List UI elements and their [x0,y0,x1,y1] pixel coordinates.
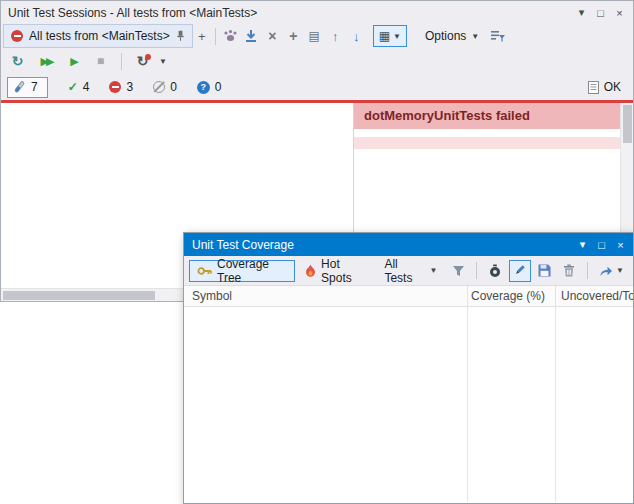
inconclusive-count: 0 [215,80,222,94]
chevron-down-icon[interactable]: ▼ [159,57,167,66]
session-tab-strip: All tests from <MainTests> + × + ▤ ↑ ↓ ▦… [1,24,633,48]
ignored-count: 0 [170,80,177,94]
run-toolbar: ↻ ▶▶ ▶ ■ ↻ ▼ [1,48,633,74]
column-uncovered[interactable]: Uncovered/Tota [561,289,633,303]
failed-tests-filter[interactable]: 3 [109,80,133,94]
window-menu-chevron-icon[interactable]: ▾ [573,238,592,251]
chevron-down-icon: ▼ [471,32,479,41]
coverage-tree-button[interactable]: Coverage Tree [189,260,295,282]
key-icon [197,265,212,277]
sessions-window-title: Unit Test Sessions - All tests from <Mai… [8,6,572,20]
repeat-failed-tests-icon[interactable]: ↻ [133,53,152,69]
passed-count: 4 [83,80,90,94]
failed-badge [145,54,151,60]
question-icon: ? [197,81,210,94]
column-separator[interactable] [467,286,468,306]
chevron-down-icon: ▼ [616,266,624,275]
options-button[interactable]: Options ▼ [417,25,487,47]
coverage-tree [184,307,633,502]
separator [121,53,122,70]
previous-failed-test-icon[interactable]: ↑ [325,26,346,46]
chevron-down-icon: ▼ [429,266,437,275]
separator [476,262,477,279]
snapshot-icon[interactable] [484,260,506,282]
status-text: OK [604,80,621,94]
hot-spots-label: Hot Spots [321,257,367,285]
document-icon [588,81,599,94]
flame-icon [305,264,316,277]
stop-button[interactable]: ■ [91,54,110,68]
run-test-button[interactable]: ▶ [65,55,84,68]
pin-icon[interactable] [176,30,185,42]
analysis-status: OK [588,80,627,94]
session-tab-label: All tests from <MainTests> [29,29,170,43]
separator [215,28,216,45]
total-count: 7 [31,80,38,94]
export-dropdown[interactable]: ▼ [595,260,628,282]
track-running-test-icon[interactable] [241,26,262,46]
chevron-down-icon: ▼ [393,32,401,41]
maximize-icon[interactable]: □ [591,7,610,19]
append-tests-icon[interactable]: + [283,26,304,46]
column-separator [467,307,468,502]
failed-icon [11,30,23,42]
show-output-icon[interactable]: ▤ [304,26,325,46]
scrollbar-thumb[interactable] [3,291,155,300]
failed-icon [109,81,121,93]
new-session-button[interactable]: + [193,29,211,44]
total-tests-filter[interactable]: 7 [7,77,48,98]
test-scope-dropdown[interactable]: All Tests ▼ [377,260,444,282]
export-icon [599,265,613,277]
coverage-column-headers: Symbol Coverage (%) Uncovered/Tota [184,286,633,307]
separator [587,262,588,279]
hot-spots-button[interactable]: Hot Spots [298,260,374,282]
desktop: Unit Test Sessions - All tests from <Mai… [0,0,634,504]
options-label: Options [425,29,466,43]
maximize-icon[interactable]: □ [592,239,611,251]
save-snapshot-icon[interactable] [534,260,556,282]
column-symbol[interactable]: Symbol [192,289,232,303]
scope-value: All Tests [384,257,423,285]
coverage-toolbar: Coverage Tree Hot Spots All Tests ▼ ▼ [184,256,633,286]
coverage-window-title: Unit Test Coverage [192,238,573,252]
run-all-tests-button[interactable]: ▶▶ [34,55,58,68]
filter-funnel-icon[interactable] [447,260,469,282]
window-menu-chevron-icon[interactable]: ▾ [572,6,591,19]
failure-message [354,137,620,149]
passed-icon: ✓ [68,80,78,94]
coverage-tree-label: Coverage Tree [217,257,287,285]
sessions-title-bar: Unit Test Sessions - All tests from <Mai… [1,1,633,24]
filter-icon[interactable] [487,26,508,46]
column-separator [555,307,556,502]
next-failed-test-icon[interactable]: ↓ [346,26,367,46]
scrollbar-thumb[interactable] [623,105,632,143]
session-tab[interactable]: All tests from <MainTests> [3,24,193,48]
close-icon[interactable]: × [610,7,629,19]
rerun-tests-icon[interactable]: ↻ [8,53,27,69]
ignored-tests-filter[interactable]: 0 [153,80,177,94]
column-coverage[interactable]: Coverage (%) [471,289,545,303]
passed-tests-filter[interactable]: ✓ 4 [68,80,90,94]
column-separator[interactable] [555,286,556,306]
coverage-title-bar: Unit Test Coverage ▾ □ × [184,233,633,256]
cover-tests-icon[interactable] [220,26,241,46]
grid-icon: ▦ [379,29,390,43]
failed-count: 3 [126,80,133,94]
unit-test-coverage-window: Unit Test Coverage ▾ □ × Coverage Tree H… [183,232,634,504]
delete-icon[interactable] [558,260,580,282]
remove-tests-icon[interactable]: × [262,26,283,46]
ignored-icon [153,81,165,93]
close-icon[interactable]: × [611,239,630,251]
highlight-code-toggle[interactable] [509,260,531,282]
flask-icon [13,80,26,94]
test-stats-bar: 7 ✓ 4 3 0 ? 0 OK [1,74,633,100]
group-by-toggle[interactable]: ▦ ▼ [373,25,407,47]
test-result-header: dotMemoryUnitTests failed [354,103,620,129]
inconclusive-tests-filter[interactable]: ? 0 [197,80,222,94]
